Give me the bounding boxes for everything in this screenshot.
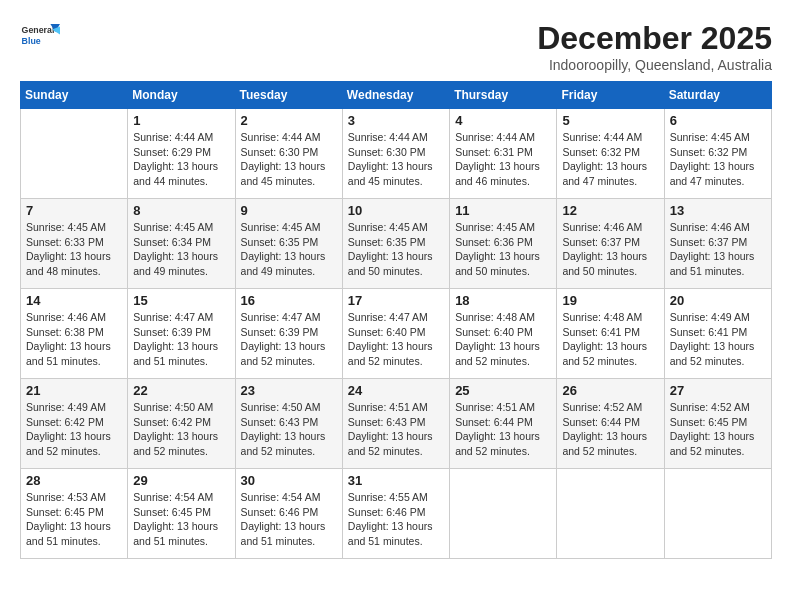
header-row: Sunday Monday Tuesday Wednesday Thursday… bbox=[21, 82, 772, 109]
calendar-cell: 10Sunrise: 4:45 AM Sunset: 6:35 PM Dayli… bbox=[342, 199, 449, 289]
day-info: Sunrise: 4:49 AM Sunset: 6:41 PM Dayligh… bbox=[670, 310, 766, 369]
day-number: 3 bbox=[348, 113, 444, 128]
calendar-cell: 14Sunrise: 4:46 AM Sunset: 6:38 PM Dayli… bbox=[21, 289, 128, 379]
calendar-cell bbox=[21, 109, 128, 199]
day-number: 28 bbox=[26, 473, 122, 488]
day-info: Sunrise: 4:52 AM Sunset: 6:45 PM Dayligh… bbox=[670, 400, 766, 459]
day-info: Sunrise: 4:49 AM Sunset: 6:42 PM Dayligh… bbox=[26, 400, 122, 459]
day-info: Sunrise: 4:50 AM Sunset: 6:43 PM Dayligh… bbox=[241, 400, 337, 459]
calendar-cell: 23Sunrise: 4:50 AM Sunset: 6:43 PM Dayli… bbox=[235, 379, 342, 469]
calendar-cell: 15Sunrise: 4:47 AM Sunset: 6:39 PM Dayli… bbox=[128, 289, 235, 379]
day-info: Sunrise: 4:55 AM Sunset: 6:46 PM Dayligh… bbox=[348, 490, 444, 549]
calendar-cell: 27Sunrise: 4:52 AM Sunset: 6:45 PM Dayli… bbox=[664, 379, 771, 469]
calendar-week-1: 1Sunrise: 4:44 AM Sunset: 6:29 PM Daylig… bbox=[21, 109, 772, 199]
day-info: Sunrise: 4:53 AM Sunset: 6:45 PM Dayligh… bbox=[26, 490, 122, 549]
calendar-week-3: 14Sunrise: 4:46 AM Sunset: 6:38 PM Dayli… bbox=[21, 289, 772, 379]
svg-text:General: General bbox=[22, 25, 55, 35]
day-info: Sunrise: 4:47 AM Sunset: 6:39 PM Dayligh… bbox=[133, 310, 229, 369]
day-number: 14 bbox=[26, 293, 122, 308]
day-number: 6 bbox=[670, 113, 766, 128]
day-info: Sunrise: 4:47 AM Sunset: 6:40 PM Dayligh… bbox=[348, 310, 444, 369]
col-thursday: Thursday bbox=[450, 82, 557, 109]
calendar-cell: 26Sunrise: 4:52 AM Sunset: 6:44 PM Dayli… bbox=[557, 379, 664, 469]
day-number: 24 bbox=[348, 383, 444, 398]
col-wednesday: Wednesday bbox=[342, 82, 449, 109]
day-number: 19 bbox=[562, 293, 658, 308]
calendar-cell: 16Sunrise: 4:47 AM Sunset: 6:39 PM Dayli… bbox=[235, 289, 342, 379]
calendar-cell: 1Sunrise: 4:44 AM Sunset: 6:29 PM Daylig… bbox=[128, 109, 235, 199]
calendar-cell: 5Sunrise: 4:44 AM Sunset: 6:32 PM Daylig… bbox=[557, 109, 664, 199]
calendar-cell: 13Sunrise: 4:46 AM Sunset: 6:37 PM Dayli… bbox=[664, 199, 771, 289]
page-header: General Blue December 2025 Indooroopilly… bbox=[20, 20, 772, 73]
day-info: Sunrise: 4:52 AM Sunset: 6:44 PM Dayligh… bbox=[562, 400, 658, 459]
calendar-cell: 21Sunrise: 4:49 AM Sunset: 6:42 PM Dayli… bbox=[21, 379, 128, 469]
day-number: 31 bbox=[348, 473, 444, 488]
col-saturday: Saturday bbox=[664, 82, 771, 109]
day-info: Sunrise: 4:44 AM Sunset: 6:32 PM Dayligh… bbox=[562, 130, 658, 189]
day-number: 11 bbox=[455, 203, 551, 218]
calendar-cell bbox=[557, 469, 664, 559]
day-number: 29 bbox=[133, 473, 229, 488]
calendar-body: 1Sunrise: 4:44 AM Sunset: 6:29 PM Daylig… bbox=[21, 109, 772, 559]
day-number: 9 bbox=[241, 203, 337, 218]
calendar-subtitle: Indooroopilly, Queensland, Australia bbox=[537, 57, 772, 73]
day-info: Sunrise: 4:44 AM Sunset: 6:29 PM Dayligh… bbox=[133, 130, 229, 189]
calendar-cell bbox=[664, 469, 771, 559]
day-info: Sunrise: 4:51 AM Sunset: 6:44 PM Dayligh… bbox=[455, 400, 551, 459]
day-number: 7 bbox=[26, 203, 122, 218]
day-info: Sunrise: 4:45 AM Sunset: 6:33 PM Dayligh… bbox=[26, 220, 122, 279]
calendar-week-4: 21Sunrise: 4:49 AM Sunset: 6:42 PM Dayli… bbox=[21, 379, 772, 469]
day-info: Sunrise: 4:45 AM Sunset: 6:35 PM Dayligh… bbox=[348, 220, 444, 279]
day-info: Sunrise: 4:46 AM Sunset: 6:37 PM Dayligh… bbox=[670, 220, 766, 279]
day-info: Sunrise: 4:45 AM Sunset: 6:34 PM Dayligh… bbox=[133, 220, 229, 279]
day-number: 10 bbox=[348, 203, 444, 218]
calendar-cell: 3Sunrise: 4:44 AM Sunset: 6:30 PM Daylig… bbox=[342, 109, 449, 199]
calendar-cell: 30Sunrise: 4:54 AM Sunset: 6:46 PM Dayli… bbox=[235, 469, 342, 559]
calendar-cell: 31Sunrise: 4:55 AM Sunset: 6:46 PM Dayli… bbox=[342, 469, 449, 559]
day-info: Sunrise: 4:46 AM Sunset: 6:37 PM Dayligh… bbox=[562, 220, 658, 279]
day-info: Sunrise: 4:44 AM Sunset: 6:30 PM Dayligh… bbox=[348, 130, 444, 189]
calendar-cell: 18Sunrise: 4:48 AM Sunset: 6:40 PM Dayli… bbox=[450, 289, 557, 379]
day-info: Sunrise: 4:54 AM Sunset: 6:45 PM Dayligh… bbox=[133, 490, 229, 549]
day-info: Sunrise: 4:51 AM Sunset: 6:43 PM Dayligh… bbox=[348, 400, 444, 459]
day-number: 2 bbox=[241, 113, 337, 128]
day-number: 30 bbox=[241, 473, 337, 488]
calendar-cell: 7Sunrise: 4:45 AM Sunset: 6:33 PM Daylig… bbox=[21, 199, 128, 289]
day-number: 4 bbox=[455, 113, 551, 128]
day-info: Sunrise: 4:48 AM Sunset: 6:41 PM Dayligh… bbox=[562, 310, 658, 369]
col-sunday: Sunday bbox=[21, 82, 128, 109]
day-number: 8 bbox=[133, 203, 229, 218]
day-info: Sunrise: 4:46 AM Sunset: 6:38 PM Dayligh… bbox=[26, 310, 122, 369]
calendar-cell: 8Sunrise: 4:45 AM Sunset: 6:34 PM Daylig… bbox=[128, 199, 235, 289]
calendar-cell: 4Sunrise: 4:44 AM Sunset: 6:31 PM Daylig… bbox=[450, 109, 557, 199]
day-number: 13 bbox=[670, 203, 766, 218]
day-number: 20 bbox=[670, 293, 766, 308]
calendar-cell: 9Sunrise: 4:45 AM Sunset: 6:35 PM Daylig… bbox=[235, 199, 342, 289]
logo-icon: General Blue bbox=[20, 20, 60, 52]
calendar-week-2: 7Sunrise: 4:45 AM Sunset: 6:33 PM Daylig… bbox=[21, 199, 772, 289]
calendar-cell: 24Sunrise: 4:51 AM Sunset: 6:43 PM Dayli… bbox=[342, 379, 449, 469]
day-number: 27 bbox=[670, 383, 766, 398]
day-info: Sunrise: 4:48 AM Sunset: 6:40 PM Dayligh… bbox=[455, 310, 551, 369]
day-info: Sunrise: 4:47 AM Sunset: 6:39 PM Dayligh… bbox=[241, 310, 337, 369]
day-info: Sunrise: 4:45 AM Sunset: 6:35 PM Dayligh… bbox=[241, 220, 337, 279]
day-number: 22 bbox=[133, 383, 229, 398]
day-info: Sunrise: 4:45 AM Sunset: 6:36 PM Dayligh… bbox=[455, 220, 551, 279]
day-info: Sunrise: 4:50 AM Sunset: 6:42 PM Dayligh… bbox=[133, 400, 229, 459]
calendar-header: Sunday Monday Tuesday Wednesday Thursday… bbox=[21, 82, 772, 109]
col-tuesday: Tuesday bbox=[235, 82, 342, 109]
col-friday: Friday bbox=[557, 82, 664, 109]
day-number: 5 bbox=[562, 113, 658, 128]
col-monday: Monday bbox=[128, 82, 235, 109]
day-number: 18 bbox=[455, 293, 551, 308]
calendar-cell: 2Sunrise: 4:44 AM Sunset: 6:30 PM Daylig… bbox=[235, 109, 342, 199]
calendar-cell: 17Sunrise: 4:47 AM Sunset: 6:40 PM Dayli… bbox=[342, 289, 449, 379]
calendar-cell: 28Sunrise: 4:53 AM Sunset: 6:45 PM Dayli… bbox=[21, 469, 128, 559]
calendar-title: December 2025 bbox=[537, 20, 772, 57]
day-info: Sunrise: 4:44 AM Sunset: 6:31 PM Dayligh… bbox=[455, 130, 551, 189]
calendar-cell: 12Sunrise: 4:46 AM Sunset: 6:37 PM Dayli… bbox=[557, 199, 664, 289]
day-number: 21 bbox=[26, 383, 122, 398]
title-block: December 2025 Indooroopilly, Queensland,… bbox=[537, 20, 772, 73]
logo: General Blue bbox=[20, 20, 64, 52]
calendar-week-5: 28Sunrise: 4:53 AM Sunset: 6:45 PM Dayli… bbox=[21, 469, 772, 559]
